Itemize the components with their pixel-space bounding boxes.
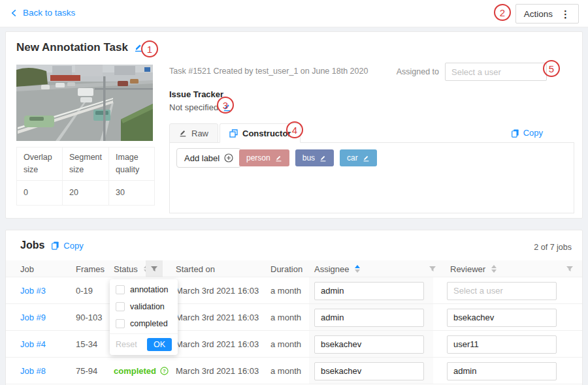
reviewer-input[interactable] — [447, 362, 557, 380]
started-on-cell: March 3rd 2021 16:03 — [176, 277, 259, 304]
started-on-cell: March 3rd 2021 16:03 — [176, 358, 259, 384]
column-job-label: Job — [20, 264, 34, 274]
assignee-input[interactable] — [314, 362, 424, 380]
tab-raw[interactable]: Raw — [169, 123, 218, 143]
sort-reviewer-icon[interactable] — [491, 265, 497, 273]
column-reviewer[interactable]: Reviewer — [450, 260, 497, 277]
label-chip-car[interactable]: car — [340, 149, 377, 166]
assignee-cell — [314, 358, 424, 384]
funnel-icon — [429, 265, 436, 273]
job-link[interactable]: Job #3 — [20, 277, 46, 304]
callout-2: 2 — [494, 4, 511, 21]
assigned-to-field: Assigned to — [397, 63, 547, 81]
assigned-to-input[interactable] — [445, 63, 547, 81]
edit-label-icon[interactable] — [319, 155, 327, 162]
duration-cell: a month — [270, 358, 301, 384]
issue-tracker-value: Not specified — [169, 102, 218, 112]
started-on-cell: March 3rd 2021 16:03 — [176, 331, 259, 358]
param-value-segment: 20 — [63, 180, 109, 205]
status-cell: completed ? — [114, 358, 169, 384]
param-header-quality: Image quality — [109, 147, 155, 181]
filter-reset-link[interactable]: Reset — [116, 340, 137, 349]
jobs-heading: Jobs — [20, 239, 44, 251]
filter-option-annotation-label: annotation — [130, 285, 168, 294]
duration-cell: a month — [270, 304, 301, 331]
column-job[interactable]: Job — [20, 260, 34, 277]
block-icon — [229, 129, 238, 138]
assignee-input[interactable] — [314, 309, 424, 327]
ellipsis-vertical-icon: ⋮ — [561, 9, 570, 19]
callout-4: 4 — [286, 121, 303, 138]
reviewer-cell — [447, 277, 557, 304]
job-link[interactable]: Job #8 — [20, 358, 46, 384]
column-status[interactable]: Status — [114, 260, 149, 277]
column-duration[interactable]: Duration — [270, 260, 302, 277]
jobs-header: Jobs Copy — [20, 239, 84, 251]
label-chip-bus-name: bus — [302, 153, 315, 162]
param-header-segment: Segment size — [63, 147, 109, 181]
question-circle-icon[interactable]: ? — [160, 367, 169, 375]
reviewer-input[interactable] — [447, 309, 557, 327]
reviewer-input[interactable] — [447, 335, 557, 354]
label-chip-person[interactable]: person — [239, 149, 289, 166]
column-duration-label: Duration — [270, 264, 302, 274]
issue-tracker-label: Issue Tracker — [169, 89, 223, 99]
checkbox-completed[interactable] — [116, 319, 125, 328]
table-row: Job #3 0-19 March 3rd 2021 16:03 a month — [6, 277, 582, 304]
svg-text:?: ? — [163, 368, 166, 374]
label-chip-bus[interactable]: bus — [295, 149, 334, 166]
column-started-on[interactable]: Started on — [176, 260, 215, 277]
reviewer-cell — [447, 304, 557, 331]
copy-jobs-link[interactable]: Copy — [51, 241, 83, 251]
task-preview-image — [16, 65, 153, 141]
tab-raw-label: Raw — [191, 129, 208, 138]
column-assignee-label: Assignee — [314, 264, 349, 274]
copy-labels-label: Copy — [523, 128, 543, 138]
actions-button[interactable]: Actions ⋮ — [515, 4, 579, 23]
job-link[interactable]: Job #9 — [20, 304, 46, 331]
labels-constructor-area: Add label person bus car — [169, 142, 574, 213]
column-frames[interactable]: Frames — [76, 260, 105, 277]
callout-1: 1 — [141, 40, 158, 57]
add-label-button[interactable]: Add label — [176, 148, 241, 168]
task-parameters-table: Overlap size Segment size Image quality … — [16, 147, 155, 206]
jobs-card: Jobs Copy 2 of 7 jobs Job Frames Status … — [5, 230, 583, 385]
edit-label-icon[interactable] — [363, 155, 370, 162]
copy-labels-link[interactable]: Copy — [511, 128, 543, 138]
actions-label: Actions — [524, 9, 553, 19]
filter-status-icon[interactable] — [146, 260, 163, 277]
column-frames-label: Frames — [76, 264, 105, 274]
table-row: Job #8 75-94 completed ? March 3rd 2021 … — [6, 358, 582, 384]
back-chevron-icon — [10, 9, 18, 17]
filter-ok-button[interactable]: OK — [147, 338, 172, 351]
jobs-count: 2 of 7 jobs — [534, 243, 572, 252]
filter-option-annotation[interactable]: annotation — [110, 279, 178, 298]
filter-option-completed[interactable]: completed — [110, 315, 178, 332]
callout-3: 3 — [217, 97, 234, 114]
funnel-icon — [150, 265, 158, 273]
assignee-input[interactable] — [314, 335, 424, 354]
column-started-on-label: Started on — [176, 264, 215, 274]
status-filter-dropdown: annotation validation completed Reset OK — [110, 279, 178, 355]
job-link[interactable]: Job #4 — [20, 331, 46, 358]
column-reviewer-label: Reviewer — [450, 264, 485, 274]
frames-cell: 15-34 — [76, 331, 97, 358]
frames-cell: 0-19 — [76, 277, 93, 304]
frames-cell: 90-103 — [76, 304, 102, 331]
back-to-tasks-link[interactable]: Back to tasks — [10, 8, 75, 18]
param-header-overlap: Overlap size — [17, 147, 63, 181]
copy-jobs-label: Copy — [63, 241, 83, 251]
copy-icon — [511, 129, 519, 138]
plus-circle-icon — [224, 153, 233, 162]
reviewer-input[interactable] — [447, 282, 557, 300]
sort-assignee-icon[interactable] — [355, 265, 360, 273]
filter-reviewer-icon[interactable] — [561, 260, 578, 277]
filter-assignee-icon[interactable] — [424, 260, 441, 277]
assignee-input[interactable] — [314, 282, 424, 300]
assignee-cell — [314, 331, 424, 358]
filter-option-validation[interactable]: validation — [110, 298, 178, 315]
checkbox-validation[interactable] — [116, 302, 125, 311]
column-assignee[interactable]: Assignee — [314, 260, 360, 277]
edit-label-icon[interactable] — [275, 155, 282, 162]
checkbox-annotation[interactable] — [116, 285, 125, 294]
